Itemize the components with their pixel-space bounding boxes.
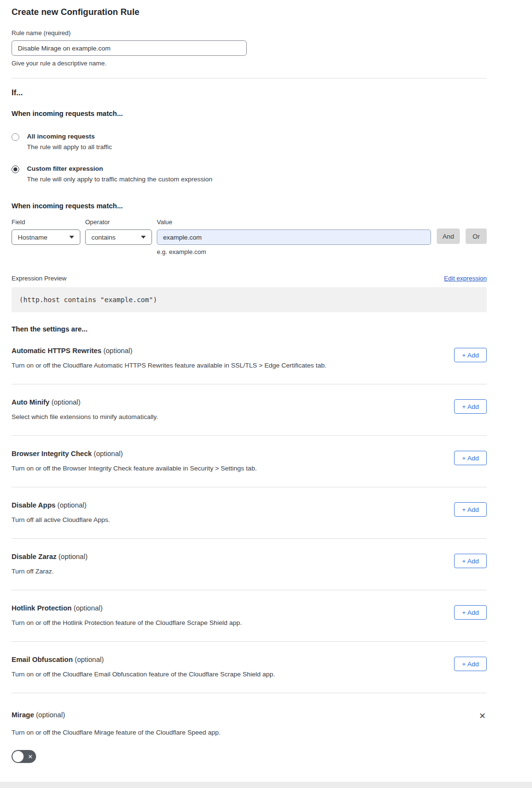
add-button[interactable]: + Add — [454, 502, 487, 517]
setting-title: Disable Apps — [12, 501, 55, 509]
rule-name-input[interactable] — [12, 40, 247, 56]
edit-expression-link[interactable]: Edit expression — [444, 275, 487, 282]
setting-optional-suffix: (optional) — [34, 711, 65, 719]
close-icon[interactable]: ✕ — [478, 711, 487, 721]
radio-description: The rule will apply to all traffic — [27, 143, 112, 151]
radio-button-selected-icon[interactable] — [12, 165, 19, 173]
expression-preview-code: (http.host contains "example.com") — [12, 287, 487, 312]
setting-row: Browser Integrity Check (optional) Turn … — [12, 436, 487, 487]
create-configuration-rule-form: Create new Configuration Rule Rule name … — [0, 0, 532, 763]
setting-row: Automatic HTTPS Rewrites (optional) Turn… — [12, 333, 487, 384]
setting-description: Turn on or off the Cloudflare Email Obfu… — [12, 671, 275, 678]
if-heading: If... — [12, 89, 487, 97]
toggle-off-x-icon: ✕ — [28, 754, 33, 760]
mirage-toggle[interactable]: ✕ — [12, 750, 36, 763]
setting-row-mirage: Mirage (optional) ✕ Turn on or off the C… — [12, 693, 487, 763]
operator-select[interactable]: contains — [85, 229, 152, 245]
setting-row: Hotlink Protection (optional) Turn on or… — [12, 590, 487, 642]
setting-row: Auto Minify (optional) Select which file… — [12, 384, 487, 436]
setting-description: Select which file extensions to minify a… — [12, 413, 158, 420]
and-button[interactable]: And — [437, 229, 460, 244]
add-button[interactable]: + Add — [454, 348, 487, 362]
setting-description: Turn off Zaraz. — [12, 568, 88, 575]
value-hint: e.g. example.com — [157, 248, 431, 255]
chevron-down-icon — [69, 236, 74, 239]
setting-title: Browser Integrity Check — [12, 450, 92, 458]
expression-preview-label: Expression Preview — [12, 275, 66, 282]
setting-optional-suffix: (optional) — [73, 656, 103, 663]
setting-title: Auto Minify — [12, 398, 50, 406]
chevron-down-icon — [141, 236, 146, 239]
toggle-knob — [13, 751, 24, 762]
radio-label: All incoming requests — [27, 133, 112, 140]
setting-optional-suffix: (optional) — [92, 450, 123, 458]
setting-row: Disable Zaraz (optional) Turn off Zaraz.… — [12, 539, 487, 590]
or-button[interactable]: Or — [466, 229, 487, 244]
setting-title: Email Obfuscation — [12, 656, 73, 663]
setting-optional-suffix: (optional) — [50, 398, 80, 406]
add-button[interactable]: + Add — [454, 451, 487, 465]
setting-description: Turn on or off the Cloudflare Automatic … — [12, 362, 327, 369]
section-divider — [12, 78, 487, 78]
expression-builder-row: Field Hostname Operator contains Value e… — [12, 218, 487, 255]
rule-name-label: Rule name (required) — [12, 29, 487, 37]
value-input[interactable] — [157, 229, 431, 245]
setting-title: Mirage — [12, 711, 34, 719]
match-heading: When incoming requests match... — [12, 110, 487, 117]
radio-label: Custom filter expression — [27, 165, 212, 172]
field-select-value: Hostname — [18, 234, 48, 241]
radio-description: The rule will only apply to traffic matc… — [27, 176, 212, 183]
field-label: Field — [12, 218, 80, 226]
setting-description: Turn on or off the Hotlink Protection fe… — [12, 619, 242, 626]
page-title: Create new Configuration Rule — [12, 7, 487, 17]
add-button[interactable]: + Add — [454, 657, 487, 671]
add-button[interactable]: + Add — [454, 554, 487, 568]
setting-optional-suffix: (optional) — [72, 604, 102, 612]
radio-all-incoming-requests[interactable]: All incoming requests The rule will appl… — [12, 133, 487, 151]
setting-title: Hotlink Protection — [12, 604, 72, 612]
setting-row: Disable Apps (optional) Turn off all act… — [12, 487, 487, 539]
setting-description: Turn on or off the Cloudflare Mirage fea… — [12, 729, 487, 736]
setting-description: Turn on or off the Browser Integrity Che… — [12, 465, 257, 472]
setting-optional-suffix: (optional) — [55, 501, 86, 509]
rule-name-help: Give your rule a descriptive name. — [12, 60, 487, 67]
radio-button-icon[interactable] — [12, 133, 19, 141]
field-select[interactable]: Hostname — [12, 229, 80, 245]
operator-select-value: contains — [91, 234, 115, 241]
value-label: Value — [157, 218, 431, 226]
setting-optional-suffix: (optional) — [101, 347, 132, 355]
setting-title: Automatic HTTPS Rewrites — [12, 347, 101, 355]
expression-builder-heading: When incoming requests match... — [12, 202, 487, 210]
operator-label: Operator — [85, 218, 152, 226]
settings-heading: Then the settings are... — [12, 325, 487, 333]
setting-description: Turn off all active Cloudflare Apps. — [12, 516, 110, 523]
add-button[interactable]: + Add — [454, 605, 487, 620]
radio-custom-filter-expression[interactable]: Custom filter expression The rule will o… — [12, 165, 487, 183]
add-button[interactable]: + Add — [454, 399, 487, 414]
setting-row: Email Obfuscation (optional) Turn on or … — [12, 642, 487, 693]
setting-title: Disable Zaraz — [12, 553, 57, 560]
settings-rows: Automatic HTTPS Rewrites (optional) Turn… — [12, 333, 487, 693]
bottom-strip — [0, 782, 532, 788]
setting-optional-suffix: (optional) — [57, 553, 88, 560]
